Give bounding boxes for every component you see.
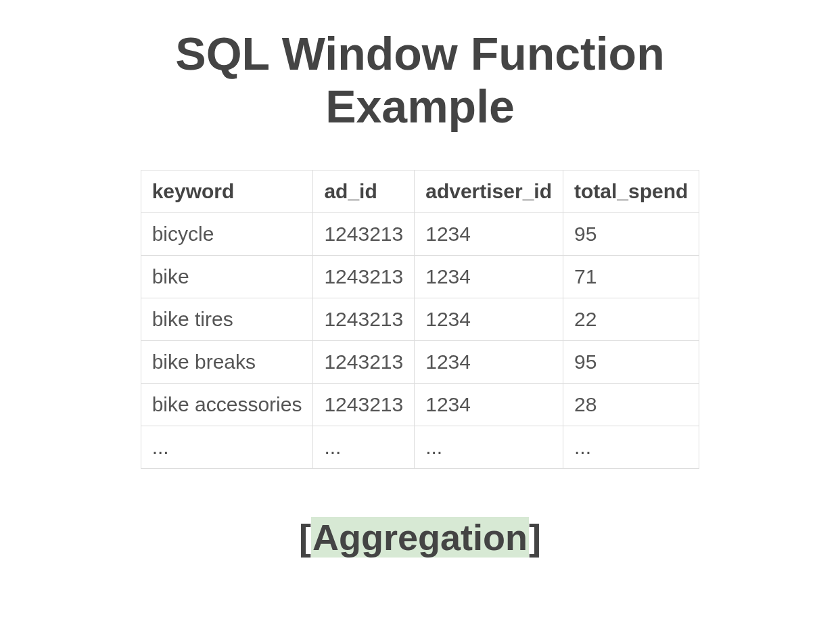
cell-ad-id: ... xyxy=(313,426,415,469)
table-row: bike breaks 1243213 1234 95 xyxy=(141,341,699,384)
cell-keyword: ... xyxy=(141,426,313,469)
col-header-advertiser-id: advertiser_id xyxy=(415,171,563,213)
cell-total-spend: 22 xyxy=(563,298,699,341)
cell-advertiser-id: 1234 xyxy=(415,384,563,426)
table-row: bike tires 1243213 1234 22 xyxy=(141,298,699,341)
cell-keyword: bicycle xyxy=(141,213,313,256)
cell-total-spend: 95 xyxy=(563,341,699,384)
table-row: bike 1243213 1234 71 xyxy=(141,256,699,298)
page-title: SQL Window Function Example xyxy=(116,27,724,133)
cell-total-spend: ... xyxy=(563,426,699,469)
cell-ad-id: 1243213 xyxy=(313,384,415,426)
cell-ad-id: 1243213 xyxy=(313,298,415,341)
table-row: bicycle 1243213 1234 95 xyxy=(141,213,699,256)
cell-advertiser-id: 1234 xyxy=(415,213,563,256)
cell-keyword: bike tires xyxy=(141,298,313,341)
cell-keyword: bike breaks xyxy=(141,341,313,384)
cell-advertiser-id: ... xyxy=(415,426,563,469)
col-header-keyword: keyword xyxy=(141,171,313,213)
cell-ad-id: 1243213 xyxy=(313,213,415,256)
cell-keyword: bike accessories xyxy=(141,384,313,426)
cell-total-spend: 95 xyxy=(563,213,699,256)
cell-advertiser-id: 1234 xyxy=(415,298,563,341)
table-header-row: keyword ad_id advertiser_id total_spend xyxy=(141,171,699,213)
example-table: keyword ad_id advertiser_id total_spend … xyxy=(141,170,700,469)
col-header-total-spend: total_spend xyxy=(563,171,699,213)
table-row: ... ... ... ... xyxy=(141,426,699,469)
close-bracket: ] xyxy=(529,517,541,558)
cell-total-spend: 71 xyxy=(563,256,699,298)
cell-ad-id: 1243213 xyxy=(313,341,415,384)
subtitle-highlight: Aggregation xyxy=(311,517,529,558)
cell-total-spend: 28 xyxy=(563,384,699,426)
cell-advertiser-id: 1234 xyxy=(415,341,563,384)
cell-advertiser-id: 1234 xyxy=(415,256,563,298)
cell-keyword: bike xyxy=(141,256,313,298)
subtitle: [Aggregation] xyxy=(299,516,541,558)
table-row: bike accessories 1243213 1234 28 xyxy=(141,384,699,426)
col-header-ad-id: ad_id xyxy=(313,171,415,213)
cell-ad-id: 1243213 xyxy=(313,256,415,298)
open-bracket: [ xyxy=(299,517,311,558)
